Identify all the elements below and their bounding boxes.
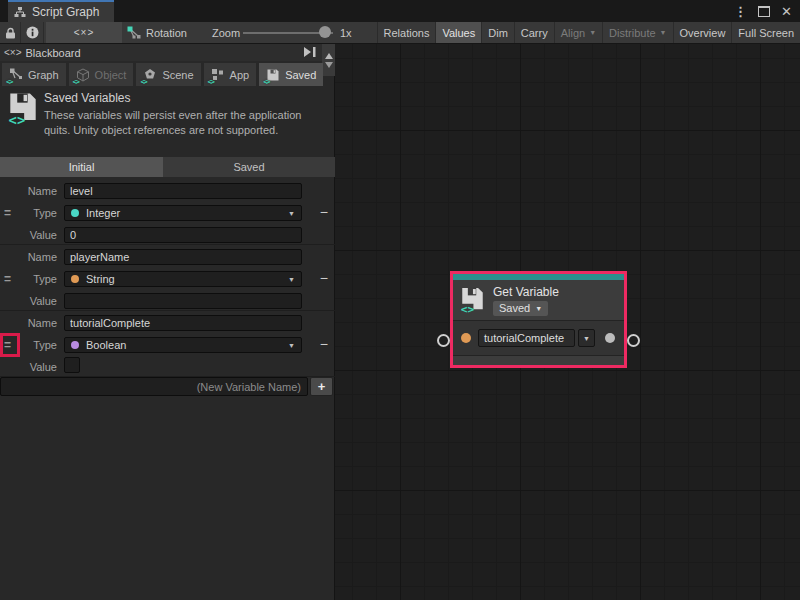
graph-reference-button[interactable]: <×> — [46, 22, 122, 43]
variable-name-input[interactable] — [64, 249, 302, 265]
blackboard-icon: <×> — [4, 47, 22, 58]
lock-icon — [5, 27, 16, 39]
zoom-slider-handle[interactable] — [319, 26, 331, 38]
variable-name-input[interactable] — [64, 183, 302, 199]
type-dropdown[interactable]: Integer ▼ — [64, 205, 302, 221]
add-variable-button[interactable]: + — [310, 377, 333, 396]
overview-button[interactable]: Overview — [673, 22, 732, 43]
info-title: Saved Variables — [44, 91, 131, 105]
chevron-down-icon: ▼ — [288, 210, 295, 217]
variable-list: Name Type = Integer ▼ − Value Name — [0, 179, 335, 377]
rotation-toggle[interactable]: Rotation — [127, 22, 187, 43]
variable-name-input[interactable] — [64, 315, 302, 331]
saved-tab-icon: <> — [266, 68, 280, 82]
output-port-circle[interactable] — [627, 334, 640, 347]
tab-saved-scope[interactable]: Saved — [163, 157, 335, 177]
node-header[interactable]: <> Get Variable Saved ▼ — [453, 280, 624, 320]
variable-value-input[interactable] — [64, 293, 302, 309]
saved-variable-icon: <> — [460, 287, 485, 314]
scope-dropdown[interactable]: Saved ▼ — [493, 301, 548, 316]
info-button[interactable] — [21, 22, 44, 43]
angle-glyph: <×> — [74, 27, 95, 38]
chevron-down-icon: ▼ — [589, 29, 596, 36]
input-port-dot[interactable] — [461, 333, 471, 343]
boolean-type-dot — [71, 341, 79, 349]
window-menu-icon[interactable]: ⋮ — [734, 4, 747, 19]
info-description: These variables will persist even after … — [44, 108, 330, 138]
tab-object[interactable]: <> Object — [69, 63, 134, 86]
name-label: Name — [0, 251, 64, 263]
rotation-label: Rotation — [146, 27, 187, 39]
chevron-down-icon: ▼ — [288, 276, 295, 283]
remove-variable-button[interactable]: − — [320, 203, 328, 221]
value-label: Value — [0, 295, 64, 307]
script-graph-icon — [14, 6, 26, 18]
scene-tab-icon: <> — [143, 68, 157, 82]
new-variable-row: + — [0, 377, 335, 396]
svg-text:<>: <> — [461, 303, 475, 314]
variable-dropdown-arrow[interactable]: ▼ — [578, 329, 595, 347]
tab-saved[interactable]: <> Saved — [259, 63, 323, 86]
string-type-dot — [71, 275, 79, 283]
tab-script-graph[interactable]: Script Graph — [8, 0, 114, 22]
blackboard-title: Blackboard — [26, 47, 81, 59]
blackboard-tabs: <> Graph <> Object <> Scene — [0, 61, 335, 88]
carry-button[interactable]: Carry — [514, 22, 554, 43]
type-dropdown[interactable]: Boolean ▼ — [64, 337, 302, 353]
info-icon — [26, 26, 39, 39]
output-port-dot[interactable] — [605, 333, 615, 343]
lock-button[interactable] — [0, 22, 21, 43]
close-icon[interactable]: ✕ — [781, 4, 792, 19]
title-bar: Script Graph ⋮ ✕ — [0, 0, 800, 22]
chevron-down-icon: ▼ — [535, 305, 542, 312]
graph-canvas[interactable]: <> Get Variable Saved ▼ tutorialComplete… — [335, 44, 800, 600]
input-port-circle[interactable] — [437, 334, 450, 347]
saved-variables-icon: <> — [8, 92, 38, 126]
get-variable-node[interactable]: <> Get Variable Saved ▼ tutorialComplete… — [450, 271, 627, 368]
variable-row-playerName: Name Type = String ▼ − Value — [0, 245, 335, 311]
chevron-down-icon: ▼ — [660, 29, 667, 36]
chevron-down-icon: ▼ — [288, 342, 295, 349]
scroll-up-icon[interactable] — [325, 53, 333, 59]
toolbar-right-group: Relations Values Dim Carry Align ▼ Distr… — [377, 22, 800, 43]
panel-toggle-icon[interactable] — [303, 46, 317, 58]
drag-handle-highlighted[interactable]: = — [4, 337, 11, 353]
window-controls: ⋮ ✕ — [734, 0, 792, 22]
fullscreen-button[interactable]: Full Screen — [731, 22, 800, 43]
rotation-icon — [127, 26, 141, 39]
variable-value-input[interactable] — [64, 227, 302, 243]
boolean-value-checkbox[interactable] — [64, 357, 80, 373]
values-button[interactable]: Values — [435, 22, 481, 43]
tab-initial[interactable]: Initial — [0, 157, 163, 177]
drag-handle[interactable]: = — [4, 271, 11, 287]
tab-graph[interactable]: <> Graph — [2, 63, 66, 86]
object-tab-icon: <> — [76, 68, 90, 82]
dim-button[interactable]: Dim — [481, 22, 514, 43]
drag-handle[interactable]: = — [4, 205, 11, 221]
variable-name-dropdown[interactable]: tutorialComplete — [478, 329, 575, 347]
zoom-label: Zoom — [212, 22, 240, 43]
remove-variable-button[interactable]: − — [320, 269, 328, 287]
graph-tab-icon: <> — [9, 68, 23, 82]
svg-text:<>: <> — [9, 112, 26, 126]
blackboard-header: <×> Blackboard — [0, 44, 335, 61]
name-label: Name — [0, 185, 64, 197]
maximize-icon[interactable] — [758, 6, 770, 17]
type-dropdown[interactable]: String ▼ — [64, 271, 302, 287]
new-variable-input[interactable] — [0, 377, 308, 396]
node-body: tutorialComplete ▼ — [453, 320, 624, 356]
scope-tabs: Initial Saved — [0, 157, 335, 177]
relations-button[interactable]: Relations — [377, 22, 436, 43]
tab-app[interactable]: <> App — [204, 63, 257, 86]
node-footer — [453, 356, 624, 365]
name-label: Name — [0, 317, 64, 329]
variable-row-level: Name Type = Integer ▼ − Value — [0, 179, 335, 245]
app-tab-icon: <> — [211, 68, 225, 82]
graph-toolbar: <×> Rotation Zoom 1x Relations Values Di… — [0, 22, 800, 44]
distribute-dropdown[interactable]: Distribute ▼ — [602, 22, 672, 43]
align-dropdown[interactable]: Align ▼ — [554, 22, 602, 43]
zoom-value: 1x — [340, 22, 352, 43]
tab-title: Script Graph — [32, 5, 99, 19]
remove-variable-button[interactable]: − — [320, 335, 328, 353]
tab-scene[interactable]: <> Scene — [136, 63, 200, 86]
